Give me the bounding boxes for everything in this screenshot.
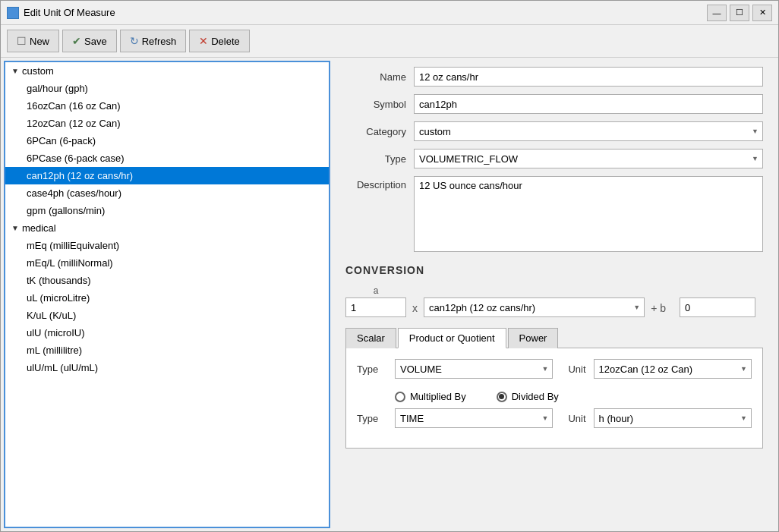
save-icon: ✔ xyxy=(72,35,81,47)
tab-scalar[interactable]: Scalar xyxy=(345,328,396,348)
expand-icon-medical: ▼ xyxy=(11,224,19,232)
new-icon: ☐ xyxy=(17,35,27,47)
pq-type2-label: Type xyxy=(357,413,387,424)
a-label: a xyxy=(374,285,379,296)
tree-item-12ozcan[interactable]: 12ozCan (12 oz Can) xyxy=(5,115,329,132)
multiplied-label: Multiplied By xyxy=(410,391,466,402)
tree-item-meql[interactable]: mEq/L (milliNormal) xyxy=(5,254,329,272)
tree-item-6pcan[interactable]: 6PCan (6-pack) xyxy=(5,132,329,150)
tabs-container: Scalar Product or Quotient Power Type xyxy=(345,328,763,449)
new-button[interactable]: ☐ New xyxy=(7,30,59,52)
pq-unit1-select[interactable]: 12ozCan (12 oz Can) 16ozCan (16 oz Can) … xyxy=(594,359,752,379)
tree-group-custom[interactable]: ▼ custom xyxy=(5,62,329,80)
pq-unit2-select[interactable]: h (hour) min (minute) s (second) xyxy=(594,408,752,428)
tree-item-ul[interactable]: uL (microLitre) xyxy=(5,289,329,307)
title-bar-left: Edit Unit Of Measure xyxy=(7,7,115,19)
tree-item-gpm[interactable]: gpm (gallons/min) xyxy=(5,202,329,219)
symbol-input[interactable] xyxy=(414,94,763,114)
category-row: Category custom medical standard xyxy=(345,121,763,141)
tree-item-meq[interactable]: mEq (milliEquivalent) xyxy=(5,237,329,254)
close-button[interactable]: ✕ xyxy=(752,5,772,21)
tree-item-kul[interactable]: K/uL (K/uL) xyxy=(5,307,329,324)
name-row: Name xyxy=(345,67,763,87)
tree-item-16ozcan[interactable]: 16ozCan (16 oz Can) xyxy=(5,97,329,115)
title-bar: Edit Unit Of Measure — ☐ ✕ xyxy=(1,1,778,25)
description-label: Description xyxy=(345,179,414,190)
a-input[interactable] xyxy=(345,297,406,317)
pq-type1-select[interactable]: VOLUME MASS LENGTH TIME xyxy=(395,359,553,379)
tab-content: Type VOLUME MASS LENGTH TIME Uni xyxy=(345,348,763,449)
tree-item-case4ph[interactable]: case4ph (cases/hour) xyxy=(5,184,329,202)
tree-item-ulum[interactable]: ulU/mL (ulU/mL) xyxy=(5,359,329,376)
type-select-wrapper: VOLUMETRIC_FLOW VOLUME TIME MASS LENGTH xyxy=(414,149,763,168)
maximize-button[interactable]: ☐ xyxy=(730,5,749,21)
tab-power[interactable]: Power xyxy=(508,328,559,348)
tree-panel: ▼ custom gal/hour (gph) 16ozCan (16 oz C… xyxy=(4,61,330,528)
main-content: ▼ custom gal/hour (gph) 16ozCan (16 oz C… xyxy=(1,58,778,531)
pq-unit1-label: Unit xyxy=(568,364,585,375)
pq-unit1-wrapper: 12ozCan (12 oz Can) 16ozCan (16 oz Can) … xyxy=(594,359,752,379)
tree-item-can12ph[interactable]: can12ph (12 oz cans/hr) xyxy=(5,167,329,184)
radio-row: Multiplied By Divided By xyxy=(357,388,752,408)
x-symbol: x xyxy=(412,302,418,317)
name-label: Name xyxy=(345,71,414,83)
window-controls: — ☐ ✕ xyxy=(707,5,772,21)
description-row: Description 12 US ounce cans/hour xyxy=(345,176,763,252)
symbol-row: Symbol xyxy=(345,94,763,114)
pq-unit2-label: Unit xyxy=(568,413,585,424)
tree-group-medical[interactable]: ▼ medical xyxy=(5,219,329,237)
tree-group-label-medical: medical xyxy=(22,222,56,234)
b-input[interactable] xyxy=(680,297,755,317)
unit-col-label xyxy=(424,285,645,296)
tree-item-gal-hour[interactable]: gal/hour (gph) xyxy=(5,80,329,97)
description-textarea[interactable]: 12 US ounce cans/hour xyxy=(414,176,763,252)
type-row: Type VOLUMETRIC_FLOW VOLUME TIME MASS LE… xyxy=(345,149,763,168)
minimize-button[interactable]: — xyxy=(707,5,727,21)
expand-icon-custom: ▼ xyxy=(11,67,19,75)
name-input[interactable] xyxy=(414,67,763,87)
conversion-unit-select-wrapper: can12ph (12 oz cans/hr) xyxy=(424,297,645,317)
tree-item-tk[interactable]: tK (thousands) xyxy=(5,272,329,289)
category-label: Category xyxy=(345,126,414,137)
pq-unit2-wrapper: h (hour) min (minute) s (second) xyxy=(594,408,752,428)
tabs-header: Scalar Product or Quotient Power xyxy=(345,328,763,348)
multiplied-radio[interactable] xyxy=(395,392,405,402)
toolbar: ☐ New ✔ Save ↻ Refresh ✕ Delete xyxy=(1,25,778,58)
pq-row-2: Type TIME VOLUME MASS LENGTH Uni xyxy=(357,408,752,428)
refresh-icon: ↻ xyxy=(130,35,139,47)
conversion-section: CONVERSION a x can12ph (12 oz cans/hr) xyxy=(345,264,763,449)
pq-row-1: Type VOLUME MASS LENGTH TIME Uni xyxy=(357,359,752,379)
divided-label: Divided By xyxy=(512,391,559,402)
category-select[interactable]: custom medical standard xyxy=(414,121,763,141)
window-title: Edit Unit Of Measure xyxy=(24,7,115,18)
tree-item-ulu[interactable]: ulU (microIU) xyxy=(5,324,329,342)
a-column: a xyxy=(345,285,406,317)
conversion-unit-select[interactable]: can12ph (12 oz cans/hr) xyxy=(424,297,645,317)
save-button[interactable]: ✔ Save xyxy=(62,30,117,52)
delete-label: Delete xyxy=(211,36,240,47)
tree-item-6pcase[interactable]: 6PCase (6-pack case) xyxy=(5,150,329,167)
pq-type2-wrapper: TIME VOLUME MASS LENGTH xyxy=(395,408,553,428)
pq-type1-wrapper: VOLUME MASS LENGTH TIME xyxy=(395,359,553,379)
type-label: Type xyxy=(345,153,414,165)
pq-type1-label: Type xyxy=(357,364,387,375)
plus-b-symbol: + b xyxy=(651,302,666,317)
right-panel: Name Symbol Category custom medical stan… xyxy=(330,58,778,531)
multiplied-by-option[interactable]: Multiplied By xyxy=(395,391,466,402)
tab-product-quotient[interactable]: Product or Quotient xyxy=(398,328,506,348)
divided-radio[interactable] xyxy=(497,392,507,402)
pq-type2-select[interactable]: TIME VOLUME MASS LENGTH xyxy=(395,408,553,428)
tree-group-label-custom: custom xyxy=(22,65,54,77)
refresh-button[interactable]: ↻ Refresh xyxy=(120,30,187,52)
delete-button[interactable]: ✕ Delete xyxy=(189,30,250,52)
main-window: Edit Unit Of Measure — ☐ ✕ ☐ New ✔ Save … xyxy=(0,0,779,532)
pq-tab-pane: Type VOLUME MASS LENGTH TIME Uni xyxy=(357,359,752,428)
divided-by-option[interactable]: Divided By xyxy=(497,391,559,402)
window-icon xyxy=(7,7,19,19)
refresh-label: Refresh xyxy=(142,36,177,47)
new-label: New xyxy=(30,36,49,47)
tree-item-ml[interactable]: mL (millilitre) xyxy=(5,342,329,359)
delete-icon: ✕ xyxy=(199,35,208,47)
category-select-wrapper: custom medical standard xyxy=(414,121,763,141)
type-select[interactable]: VOLUMETRIC_FLOW VOLUME TIME MASS LENGTH xyxy=(414,149,763,168)
